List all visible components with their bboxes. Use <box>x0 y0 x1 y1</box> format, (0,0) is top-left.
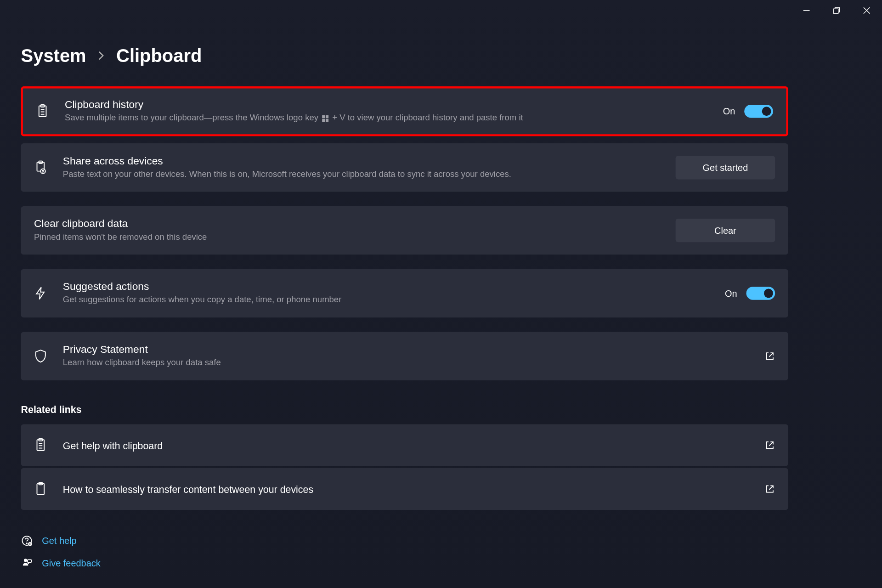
help-icon <box>21 535 33 547</box>
minimize-button[interactable] <box>792 0 822 21</box>
svg-rect-7 <box>322 115 325 118</box>
breadcrumb-parent[interactable]: System <box>21 46 86 67</box>
setting-title: Share across devices <box>63 155 661 167</box>
setting-title: Suggested actions <box>63 281 711 293</box>
link-title: Get help with clipboard <box>63 440 750 451</box>
setting-title: Privacy Statement <box>63 344 750 356</box>
setting-desc: Pinned items won't be removed on this de… <box>34 231 661 243</box>
toggle-label: On <box>725 288 737 299</box>
get-help-label: Get help <box>42 536 76 546</box>
setting-suggested-actions[interactable]: Suggested actions Get suggestions for ac… <box>21 269 788 317</box>
link-help-clipboard[interactable]: Get help with clipboard <box>21 424 788 466</box>
link-title: How to seamlessly transfer content betwe… <box>63 484 750 495</box>
link-transfer-content[interactable]: How to seamlessly transfer content betwe… <box>21 468 788 510</box>
minimize-icon <box>803 7 809 14</box>
svg-point-22 <box>27 543 27 543</box>
setting-desc: Learn how clipboard keeps your data safe <box>63 357 750 369</box>
windows-key-icon <box>322 115 328 121</box>
svg-rect-9 <box>322 119 325 121</box>
footer-links: Get help Give feedback <box>21 535 797 569</box>
external-link-icon <box>764 351 775 362</box>
setting-clear-data: Clear clipboard data Pinned items won't … <box>21 206 788 254</box>
settings-list: Clipboard history Save multiple items to… <box>21 86 788 380</box>
setting-title: Clipboard history <box>65 99 708 111</box>
feedback-icon <box>21 557 33 569</box>
lightning-icon <box>33 286 48 301</box>
clipboard-list-icon <box>35 103 51 119</box>
setting-desc: Save multiple items to your clipboard—pr… <box>65 112 708 124</box>
setting-share-devices[interactable]: Share across devices Paste text on your … <box>21 143 788 192</box>
suggested-actions-toggle[interactable] <box>746 287 775 300</box>
toggle-label: On <box>723 106 735 117</box>
setting-desc: Paste text on your other devices. When t… <box>63 168 661 180</box>
svg-rect-10 <box>326 119 328 121</box>
clear-button[interactable]: Clear <box>676 219 775 242</box>
external-link-icon <box>764 484 775 494</box>
setting-title: Clear clipboard data <box>34 218 661 230</box>
related-links-list: Get help with clipboard How to seamlessl… <box>21 424 788 510</box>
setting-clipboard-history[interactable]: Clipboard history Save multiple items to… <box>21 86 788 136</box>
get-started-button[interactable]: Get started <box>676 156 775 179</box>
setting-privacy[interactable]: Privacy Statement Learn how clipboard ke… <box>21 332 788 380</box>
shield-icon <box>33 348 48 364</box>
clipboard-sync-icon <box>33 160 48 175</box>
breadcrumb: System Clipboard <box>21 46 797 67</box>
maximize-icon <box>833 7 840 14</box>
setting-desc: Get suggestions for actions when you cop… <box>63 294 711 306</box>
maximize-button[interactable] <box>821 0 852 21</box>
breadcrumb-current: Clipboard <box>116 46 202 67</box>
chevron-right-icon <box>98 50 104 63</box>
svg-rect-8 <box>326 115 328 118</box>
svg-point-24 <box>24 559 27 562</box>
feedback-label: Give feedback <box>42 558 101 568</box>
related-links-header: Related links <box>21 404 797 415</box>
svg-rect-1 <box>834 9 838 13</box>
close-button[interactable] <box>852 0 882 21</box>
svg-point-13 <box>40 169 45 174</box>
clipboard-list-icon <box>33 437 48 453</box>
get-help-link[interactable]: Get help <box>21 535 797 547</box>
feedback-link[interactable]: Give feedback <box>21 557 797 569</box>
clipboard-history-toggle[interactable] <box>744 105 773 118</box>
external-link-icon <box>764 440 775 451</box>
window-controls <box>792 0 882 21</box>
close-icon <box>864 7 870 14</box>
svg-rect-25 <box>28 560 32 563</box>
clipboard-icon <box>33 481 48 497</box>
